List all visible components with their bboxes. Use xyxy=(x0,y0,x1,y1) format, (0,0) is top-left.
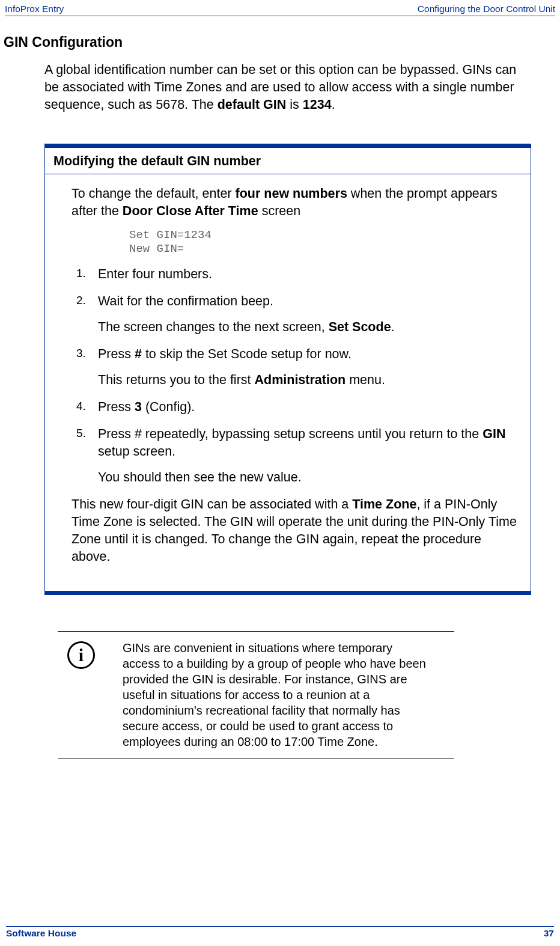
header-right: Configuring the Door Control Unit xyxy=(418,4,555,14)
box-title: Modifying the default GIN number xyxy=(53,154,522,169)
step-number: 3. xyxy=(76,346,98,389)
header-left: InfoProx Entry xyxy=(5,4,64,14)
footer-row: Software House 37 xyxy=(6,928,554,939)
box-body: To change the default, enter four new nu… xyxy=(45,174,531,591)
header-rule xyxy=(5,16,555,16)
section-heading: GIN Configuration xyxy=(4,34,531,50)
step-item: 4.Press 3 (Config). xyxy=(76,398,519,416)
step-number: 4. xyxy=(76,398,98,416)
step-list: 1.Enter four numbers.2.Wait for the conf… xyxy=(76,266,519,486)
step-paragraph: Press 3 (Config). xyxy=(98,398,519,416)
step-paragraph: Wait for the confirmation beep. xyxy=(98,293,519,310)
footer-left: Software House xyxy=(6,928,76,939)
step-number: 2. xyxy=(76,293,98,336)
step-number: 5. xyxy=(76,426,98,486)
step-paragraph: You should then see the new value. xyxy=(98,469,519,486)
page-footer: Software House 37 xyxy=(0,926,560,939)
box-title-row: Modifying the default GIN number xyxy=(45,148,531,174)
step-paragraph: The screen changes to the next screen, S… xyxy=(98,319,519,336)
footer-page-number: 37 xyxy=(544,928,554,939)
page-header: InfoProx Entry Configuring the Door Cont… xyxy=(0,0,560,16)
info-text: GINs are convenient in situations where … xyxy=(123,640,449,749)
page-content: GIN Configuration A global identificatio… xyxy=(0,34,560,758)
step-number: 1. xyxy=(76,266,98,283)
step-paragraph: Press # repeatedly, bypassing setup scre… xyxy=(98,426,519,460)
step-item: 3.Press # to skip the Set Scode setup fo… xyxy=(76,346,519,389)
info-icon: i xyxy=(67,641,95,669)
step-body: Wait for the confirmation beep.The scree… xyxy=(98,293,519,336)
procedure-box: Modifying the default GIN number To chan… xyxy=(44,144,531,595)
step-item: 2.Wait for the confirmation beep.The scr… xyxy=(76,293,519,336)
step-body: Press 3 (Config). xyxy=(98,398,519,416)
box-closing: This new four-digit GIN can be associate… xyxy=(72,496,519,566)
box-lead: To change the default, enter four new nu… xyxy=(72,185,519,220)
step-body: Press # to skip the Set Scode setup for … xyxy=(98,346,519,389)
step-paragraph: This returns you to the first Administra… xyxy=(98,371,519,389)
step-item: 5.Press # repeatedly, bypassing setup sc… xyxy=(76,426,519,486)
info-note: i GINs are convenient in situations wher… xyxy=(58,631,454,758)
step-item: 1.Enter four numbers. xyxy=(76,266,519,283)
step-paragraph: Press # to skip the Set Scode setup for … xyxy=(98,346,519,363)
intro-paragraph: A global identification number can be se… xyxy=(44,61,531,114)
step-body: Press # repeatedly, bypassing setup scre… xyxy=(98,426,519,486)
code-block: Set GIN=1234 New GIN= xyxy=(129,228,519,256)
footer-rule xyxy=(6,926,554,927)
info-icon-wrap: i xyxy=(62,640,123,749)
step-body: Enter four numbers. xyxy=(98,266,519,283)
step-paragraph: Enter four numbers. xyxy=(98,266,519,283)
